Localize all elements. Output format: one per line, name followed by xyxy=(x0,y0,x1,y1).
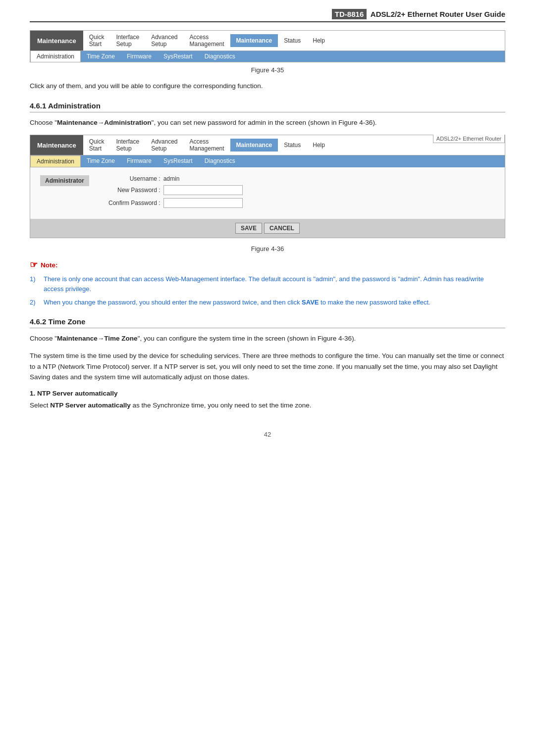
ntp-body: Select NTP Server automatically as the S… xyxy=(30,400,505,411)
nav-sub-diagnostics-36[interactable]: Diagnostics xyxy=(199,155,241,167)
button-row: SAVE CANCEL xyxy=(30,219,505,238)
confirm-password-row: Confirm Password : xyxy=(99,198,495,208)
nav-sub-firmware-35[interactable]: Firmware xyxy=(121,51,158,62)
section-461-body: Choose "Maintenance→Administration", you… xyxy=(30,117,505,128)
nav-item-help-35[interactable]: Help xyxy=(307,34,331,47)
section-461-heading: 4.6.1 Administration xyxy=(30,101,505,112)
confirm-password-label: Confirm Password : xyxy=(99,200,163,206)
admin-section-label: Administrator xyxy=(40,175,89,186)
nav-sub-36: Administration Time Zone Firmware SysRes… xyxy=(30,155,505,167)
nav-item-status-36[interactable]: Status xyxy=(278,139,307,151)
section-462-body1: Choose "Maintenance→Time Zone", you can … xyxy=(30,333,505,344)
figure35-caption: Figure 4-35 xyxy=(30,66,505,74)
note-item-2: 2) When you change the password, you sho… xyxy=(30,298,505,307)
bold-maintenance-admin: Maintenance→Administration xyxy=(57,119,152,126)
nav-item-help-36[interactable]: Help xyxy=(307,139,331,151)
nav-sub-admin-36[interactable]: Administration xyxy=(30,155,81,167)
model-label: TD-8816 xyxy=(332,9,367,19)
nav-item-advanced-35[interactable]: AdvancedSetup xyxy=(145,31,183,50)
intro-text: Click any of them, and you will be able … xyxy=(30,81,505,92)
bold-maintenance-timezone: Maintenance→Time Zone xyxy=(57,335,138,342)
section-462-body2: The system time is the time used by the … xyxy=(30,351,505,383)
nav-brand-36: Maintenance xyxy=(30,135,83,155)
note-list: 1) There is only one account that can ac… xyxy=(30,274,505,307)
nav-sub-diagnostics-35[interactable]: Diagnostics xyxy=(199,51,241,62)
nav-sub-admin-35[interactable]: Administration xyxy=(30,51,81,62)
save-bold-note: SAVE xyxy=(302,299,319,306)
nav-item-maintenance-36[interactable]: Maintenance xyxy=(230,139,278,151)
page-number: 42 xyxy=(30,431,505,438)
nav-item-interface-35[interactable]: InterfaceSetup xyxy=(110,31,145,50)
nav-item-maintenance-35[interactable]: Maintenance xyxy=(230,34,278,47)
nav-top-35: Maintenance QuickStart InterfaceSetup Ad… xyxy=(30,31,505,50)
ntp-heading: 1. NTP Server automatically xyxy=(30,390,505,397)
admin-content: Administrator Username : admin New Passw… xyxy=(30,167,505,219)
new-password-label: New Password : xyxy=(99,187,163,194)
ntp-bold: NTP Server automatically xyxy=(50,402,131,409)
nav-item-quickstart-35[interactable]: QuickStart xyxy=(83,31,110,50)
router-label-36: ADSL2/2+ Ethernet Router xyxy=(433,135,505,143)
nav-sub-timezone-36[interactable]: Time Zone xyxy=(81,155,121,167)
page-header: TD-8816 ADSL2/2+ Ethernet Router User Gu… xyxy=(30,10,505,22)
save-button[interactable]: SAVE xyxy=(235,223,262,234)
new-password-input[interactable] xyxy=(163,185,243,195)
nav-sub-timezone-35[interactable]: Time Zone xyxy=(81,51,121,62)
note-item-1-text: There is only one account that can acces… xyxy=(44,274,505,294)
nav-brand-35: Maintenance xyxy=(30,31,83,50)
nav-item-quickstart-36[interactable]: QuickStart xyxy=(83,135,110,155)
nav-items-35: QuickStart InterfaceSetup AdvancedSetup … xyxy=(83,31,505,50)
nav-item-interface-36[interactable]: InterfaceSetup xyxy=(110,135,145,155)
router-panel-36: ADSL2/2+ Ethernet Router Maintenance Qui… xyxy=(30,135,505,238)
new-password-row: New Password : xyxy=(99,185,495,195)
section-462-heading: 4.6.2 Time Zone xyxy=(30,317,505,328)
nav-sub-firmware-36[interactable]: Firmware xyxy=(121,155,158,167)
cancel-button[interactable]: CANCEL xyxy=(264,223,300,234)
note-item-1: 1) There is only one account that can ac… xyxy=(30,274,505,294)
figure36-caption: Figure 4-36 xyxy=(30,245,505,252)
page-title: ADSL2/2+ Ethernet Router User Guide xyxy=(371,10,505,18)
nav-sub-sysrestart-35[interactable]: SysRestart xyxy=(158,51,199,62)
note-item-2-text: When you change the password, you should… xyxy=(44,298,430,307)
note-icon: ☞ xyxy=(30,259,38,270)
nav-sub-35: Administration Time Zone Firmware SysRes… xyxy=(30,50,505,62)
nav-item-access-35[interactable]: AccessManagement xyxy=(184,31,230,50)
nav-sub-sysrestart-36[interactable]: SysRestart xyxy=(158,155,199,167)
nav-item-access-36[interactable]: AccessManagement xyxy=(184,135,230,155)
nav-bar-35: Maintenance QuickStart InterfaceSetup Ad… xyxy=(30,30,505,62)
note-title: ☞ Note: xyxy=(30,259,505,270)
note-section: ☞ Note: 1) There is only one account tha… xyxy=(30,259,505,307)
nav-item-status-35[interactable]: Status xyxy=(278,34,307,47)
nav-item-advanced-36[interactable]: AdvancedSetup xyxy=(145,135,183,155)
username-label: Username : xyxy=(99,175,163,182)
confirm-password-input[interactable] xyxy=(163,198,243,208)
username-row: Username : admin xyxy=(99,175,495,182)
username-value: admin xyxy=(163,175,180,182)
